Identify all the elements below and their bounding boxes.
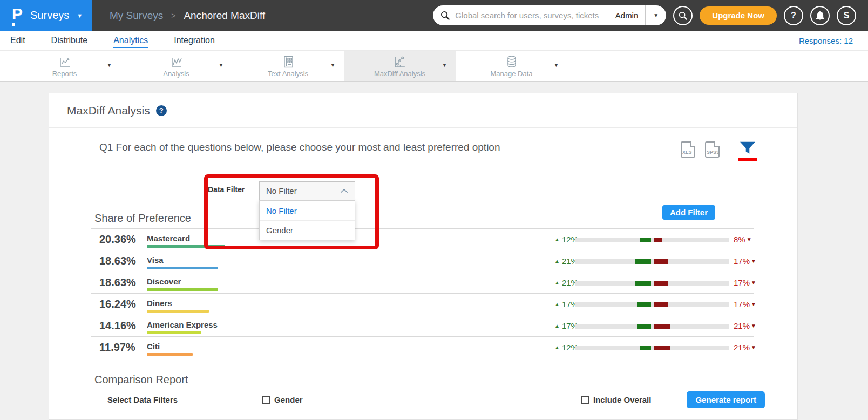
brand-underline <box>147 245 225 248</box>
up-triangle-icon: ▲ <box>554 323 560 329</box>
bar-up-segment <box>635 281 651 286</box>
up-triangle-icon: ▲ <box>554 301 560 307</box>
include-overall-checkbox[interactable] <box>581 396 589 404</box>
share-table-row: 18.63% Visa ▲21% 17%▼ <box>91 250 754 272</box>
data-filter-dropdown-menu: No FilterGender <box>259 200 355 240</box>
bar-down-segment <box>654 302 668 307</box>
row-down-value: 21% <box>734 321 750 330</box>
data-filter-option[interactable]: Gender <box>260 220 355 240</box>
row-percent: 20.36% <box>99 233 136 246</box>
filter-active-indicator <box>738 158 757 161</box>
toolbar-item-text-analysis[interactable]: Text Analysis ▼ <box>232 51 344 81</box>
chevron-down-icon[interactable]: ▼ <box>219 63 223 68</box>
top-header: P Surveys ▼ My Surveys > Anchored MaxDif… <box>0 0 868 31</box>
down-triangle-icon: ▼ <box>751 280 756 286</box>
bell-icon <box>816 11 824 20</box>
row-range-bar <box>575 259 729 264</box>
nav-tab-distribute[interactable]: Distribute <box>51 33 89 48</box>
select-data-filters-label: Select Data Filters <box>107 395 178 404</box>
brand-underline <box>147 331 201 334</box>
row-range-bar <box>575 324 729 329</box>
chevron-down-icon[interactable]: ▼ <box>442 63 447 68</box>
toolbar-item-maxdiff-analysis[interactable]: MaxDiff Analysis ▼ <box>344 51 456 81</box>
gender-checkbox[interactable] <box>262 396 270 404</box>
include-overall-label: Include Overall <box>593 395 652 404</box>
bar-down-segment <box>654 324 670 329</box>
nav-tab-analytics[interactable]: Analytics <box>113 33 148 48</box>
maxdiff-chart-icon <box>393 55 406 69</box>
row-down-value: 17% <box>734 256 750 266</box>
toolbar-item-manage-data[interactable]: Manage Data ▼ <box>456 51 567 81</box>
filter-toggle-button[interactable] <box>738 141 757 161</box>
row-up-change: ▲12% <box>554 235 578 244</box>
row-range-bar <box>575 302 729 307</box>
search-button[interactable] <box>673 6 693 25</box>
toolbar-item-reports[interactable]: Reports ▼ <box>9 51 120 81</box>
maxdiff-panel: MaxDiff Analysis ? Q1 For each of the qu… <box>49 93 798 420</box>
filter-funnel-icon <box>740 141 756 155</box>
row-up-change: ▲21% <box>554 256 578 266</box>
data-filter-selected-value: No Filter <box>266 186 340 195</box>
row-percent: 18.63% <box>99 276 136 289</box>
search-icon <box>440 11 450 20</box>
panel-title: MaxDiff Analysis <box>67 104 150 117</box>
row-brand: Mastercard <box>147 234 190 243</box>
account-avatar[interactable]: S <box>837 6 856 25</box>
nav-tab-integration[interactable]: Integration <box>173 33 215 48</box>
row-percent: 16.24% <box>99 298 136 310</box>
row-down-change[interactable]: 17%▼ <box>734 278 756 287</box>
breadcrumb: My Surveys > Anchored MaxDiff <box>110 0 265 31</box>
row-up-change: ▲17% <box>554 300 578 309</box>
brand-underline <box>147 353 193 356</box>
export-spss-button[interactable]: SPSS <box>705 141 720 158</box>
row-down-change[interactable]: 21%▼ <box>734 343 756 352</box>
bar-down-segment <box>654 238 662 242</box>
generate-report-button[interactable]: Generate report <box>687 391 765 408</box>
row-down-value: 17% <box>734 278 750 287</box>
row-brand: Diners <box>147 299 172 308</box>
panel-header: MaxDiff Analysis ? <box>49 93 797 128</box>
bar-up-segment <box>637 302 651 307</box>
header-actions: Admin ▼ Upgrade Now ? S <box>433 0 868 31</box>
row-up-change: ▲12% <box>554 343 578 352</box>
analytics-toolbar: Reports ▼ Analysis ▼ Text Analysis ▼ Max… <box>0 50 868 82</box>
chevron-up-icon <box>340 188 348 193</box>
breadcrumb-current: Anchored MaxDiff <box>184 10 265 22</box>
row-down-change[interactable]: 8%▼ <box>734 235 752 244</box>
data-filter-label: Data Filter <box>208 185 245 194</box>
search-input[interactable] <box>454 10 608 21</box>
search-scope-dropdown[interactable]: ▼ <box>646 12 666 18</box>
row-percent: 11.97% <box>99 341 135 354</box>
data-filter-select[interactable]: No Filter <box>259 181 355 200</box>
chevron-down-icon[interactable]: ▼ <box>330 63 335 68</box>
toolbar-item-analysis[interactable]: Analysis ▼ <box>120 51 232 81</box>
row-down-change[interactable]: 17%▼ <box>734 256 756 266</box>
row-down-change[interactable]: 17%▼ <box>734 300 756 309</box>
help-button[interactable]: ? <box>784 6 803 25</box>
down-triangle-icon: ▼ <box>751 301 756 307</box>
row-up-change: ▲17% <box>554 321 578 330</box>
product-menu[interactable]: P Surveys ▼ <box>0 0 92 31</box>
responses-count: Responses: 12 <box>799 36 868 45</box>
nav-tab-edit[interactable]: Edit <box>10 33 26 48</box>
upgrade-now-button[interactable]: Upgrade Now <box>700 6 777 25</box>
breadcrumb-parent[interactable]: My Surveys <box>110 10 163 22</box>
toolbar-item-label: Text Analysis <box>268 70 308 78</box>
row-down-change[interactable]: 21%▼ <box>734 321 756 330</box>
row-down-value: 17% <box>734 300 750 309</box>
data-filter-option[interactable]: No Filter <box>260 201 355 220</box>
notifications-button[interactable] <box>810 6 830 25</box>
share-table-row: 14.16% American Express ▲17% 21%▼ <box>91 315 754 337</box>
down-triangle-icon: ▼ <box>751 323 756 329</box>
add-filter-button[interactable]: Add Filter <box>662 205 715 220</box>
help-icon[interactable]: ? <box>156 105 167 116</box>
bar-up-segment <box>637 324 651 329</box>
questionpro-logo-icon: P <box>12 6 23 22</box>
gender-checkbox-label: Gender <box>274 395 303 404</box>
row-range-bar <box>575 238 729 242</box>
share-table-row: 20.36% Mastercard ▲12% 8%▼ <box>91 229 754 250</box>
chevron-down-icon: ▼ <box>77 12 83 19</box>
chevron-down-icon[interactable]: ▼ <box>107 63 112 68</box>
export-xls-button[interactable]: XLS <box>681 141 695 158</box>
chevron-down-icon[interactable]: ▼ <box>554 63 559 68</box>
